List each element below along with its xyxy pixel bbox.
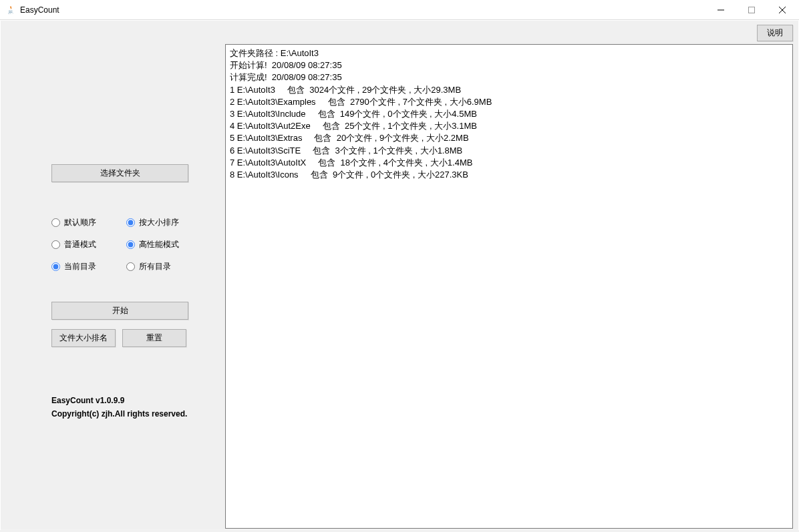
radio-all-dirs-input[interactable] (126, 262, 135, 271)
svg-rect-1 (749, 7, 755, 13)
lower-buttons: 文件大小排名 重置 (51, 329, 218, 347)
radio-normal-mode-label: 普通模式 (64, 239, 96, 250)
radio-options: 默认顺序 按大小排序 普通模式 高性能模式 (51, 217, 218, 283)
help-button[interactable]: 说明 (757, 25, 793, 41)
radio-size-order-label: 按大小排序 (139, 217, 179, 228)
radio-size-order[interactable]: 按大小排序 (126, 217, 201, 228)
rank-button[interactable]: 文件大小排名 (51, 329, 116, 347)
radio-normal-mode[interactable]: 普通模式 (51, 239, 126, 250)
maximize-button[interactable] (736, 0, 767, 20)
top-toolbar: 说明 (1, 21, 798, 44)
radio-size-order-input[interactable] (126, 218, 135, 227)
radio-default-order[interactable]: 默认顺序 (51, 217, 126, 228)
version-text: EasyCount v1.0.9.9 (51, 394, 218, 407)
radio-high-perf-mode-label: 高性能模式 (139, 239, 179, 250)
output-textarea[interactable]: 文件夹路径 : E:\AutoIt3 开始计算! 20/08/09 08:27:… (225, 44, 793, 529)
reset-button[interactable]: 重置 (122, 329, 186, 347)
window-title: EasyCount (20, 5, 705, 15)
start-button[interactable]: 开始 (51, 302, 188, 320)
minimize-button[interactable] (705, 0, 736, 20)
radio-high-perf-mode-input[interactable] (126, 240, 135, 249)
radio-normal-mode-input[interactable] (51, 240, 60, 249)
app-body: 说明 选择文件夹 默认顺序 按大小排序 (0, 20, 799, 531)
close-button[interactable] (767, 0, 798, 20)
radio-default-order-label: 默认顺序 (64, 217, 96, 228)
left-panel: 选择文件夹 默认顺序 按大小排序 普通模式 (6, 44, 218, 526)
main-area: 选择文件夹 默认顺序 按大小排序 普通模式 (1, 44, 798, 530)
info-block: EasyCount v1.0.9.9 Copyright(c) zjh.All … (51, 394, 218, 421)
radio-default-order-input[interactable] (51, 218, 60, 227)
copyright-text: Copyright(c) zjh.All rights reserved. (51, 407, 218, 421)
window-controls (705, 0, 798, 19)
radio-current-dir[interactable]: 当前目录 (51, 261, 126, 272)
radio-all-dirs[interactable]: 所有目录 (126, 261, 201, 272)
java-app-icon (5, 5, 16, 15)
radio-all-dirs-label: 所有目录 (139, 261, 171, 272)
titlebar: EasyCount (0, 0, 799, 20)
radio-current-dir-label: 当前目录 (64, 261, 96, 272)
radio-high-perf-mode[interactable]: 高性能模式 (126, 239, 201, 250)
radio-current-dir-input[interactable] (51, 262, 60, 271)
select-folder-button[interactable]: 选择文件夹 (51, 164, 188, 182)
